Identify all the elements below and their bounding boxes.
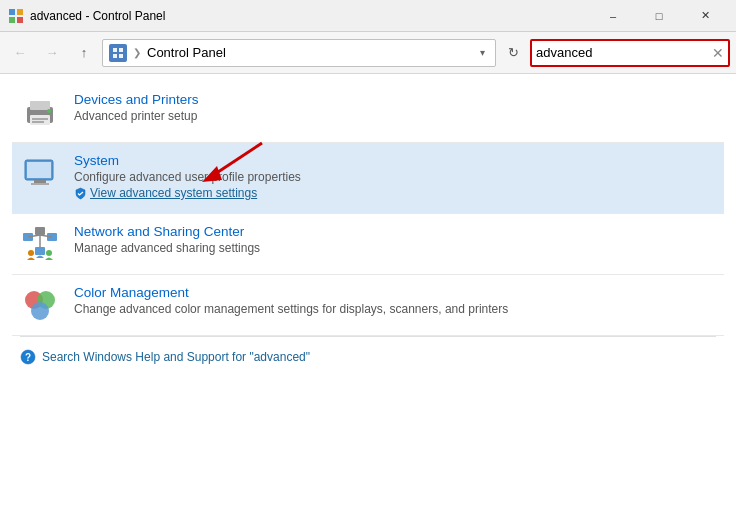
svg-rect-7 — [119, 54, 123, 58]
result-item-system[interactable]: System Configure advanced user profile p… — [12, 143, 724, 214]
help-search-text: Search Windows Help and Support for "adv… — [42, 350, 310, 364]
address-cp-icon — [109, 44, 127, 62]
svg-rect-6 — [113, 54, 117, 58]
svg-rect-15 — [27, 162, 51, 178]
address-bar: ← → ↑ ❯ Control Panel ▾ ↻ ✕ — [0, 32, 736, 74]
search-box[interactable]: ✕ — [530, 39, 730, 67]
svg-rect-11 — [32, 118, 48, 120]
results-area: Devices and Printers Advanced printer se… — [0, 74, 736, 505]
result-title-network[interactable]: Network and Sharing Center — [74, 224, 716, 239]
up-button[interactable]: ↑ — [70, 39, 98, 67]
results-list: Devices and Printers Advanced printer se… — [0, 74, 736, 385]
window-icon — [8, 8, 24, 24]
svg-rect-17 — [31, 183, 49, 185]
svg-point-28 — [37, 248, 43, 254]
result-item-devices-printers[interactable]: Devices and Printers Advanced printer se… — [12, 82, 724, 143]
title-bar: advanced - Control Panel – □ ✕ — [0, 0, 736, 32]
minimize-button[interactable]: – — [590, 0, 636, 32]
result-item-network[interactable]: Network and Sharing Center Manage advanc… — [12, 214, 724, 275]
result-item-color-management[interactable]: Color Management Change advanced color m… — [12, 275, 724, 336]
svg-rect-2 — [9, 17, 15, 23]
color-management-icon — [20, 285, 60, 325]
svg-rect-1 — [17, 9, 23, 15]
help-search-link[interactable]: ? Search Windows Help and Support for "a… — [12, 337, 724, 377]
address-dropdown-button[interactable]: ▾ — [476, 47, 489, 58]
svg-text:?: ? — [25, 352, 31, 363]
help-icon: ? — [20, 349, 36, 365]
search-input[interactable] — [536, 45, 708, 60]
svg-point-32 — [31, 302, 49, 320]
result-title-color[interactable]: Color Management — [74, 285, 716, 300]
result-title-devices-printers[interactable]: Devices and Printers — [74, 92, 716, 107]
address-path: Control Panel — [147, 45, 472, 60]
result-desc-system: Configure advanced user profile properti… — [74, 170, 716, 184]
address-input[interactable]: ❯ Control Panel ▾ — [102, 39, 496, 67]
forward-button[interactable]: → — [38, 39, 66, 67]
result-desc-color: Change advanced color management setting… — [74, 302, 716, 316]
svg-rect-5 — [119, 48, 123, 52]
close-button[interactable]: ✕ — [682, 0, 728, 32]
window-title: advanced - Control Panel — [30, 9, 590, 23]
maximize-button[interactable]: □ — [636, 0, 682, 32]
search-clear-button[interactable]: ✕ — [712, 45, 724, 61]
address-breadcrumb-separator: ❯ — [133, 47, 141, 58]
system-icon — [20, 153, 60, 193]
svg-rect-16 — [34, 180, 46, 183]
result-link-system[interactable]: View advanced system settings — [74, 186, 257, 200]
result-text-color: Color Management Change advanced color m… — [74, 285, 716, 318]
result-text-system: System Configure advanced user profile p… — [74, 153, 716, 203]
result-desc-network: Manage advanced sharing settings — [74, 241, 716, 255]
devices-printers-icon — [20, 92, 60, 132]
svg-rect-21 — [35, 227, 45, 235]
result-text-devices-printers: Devices and Printers Advanced printer se… — [74, 92, 716, 125]
window-controls: – □ ✕ — [590, 0, 728, 32]
svg-point-13 — [47, 109, 51, 113]
svg-rect-12 — [32, 121, 44, 123]
result-title-system[interactable]: System — [74, 153, 716, 168]
system-link-text[interactable]: View advanced system settings — [90, 186, 257, 200]
refresh-button[interactable]: ↻ — [500, 40, 526, 66]
back-button[interactable]: ← — [6, 39, 34, 67]
svg-rect-4 — [113, 48, 117, 52]
svg-point-27 — [28, 250, 34, 256]
svg-rect-9 — [30, 101, 50, 110]
network-sharing-icon — [20, 224, 60, 264]
svg-point-29 — [46, 250, 52, 256]
result-desc-devices-printers: Advanced printer setup — [74, 109, 716, 123]
result-text-network: Network and Sharing Center Manage advanc… — [74, 224, 716, 257]
svg-rect-0 — [9, 9, 15, 15]
svg-rect-3 — [17, 17, 23, 23]
